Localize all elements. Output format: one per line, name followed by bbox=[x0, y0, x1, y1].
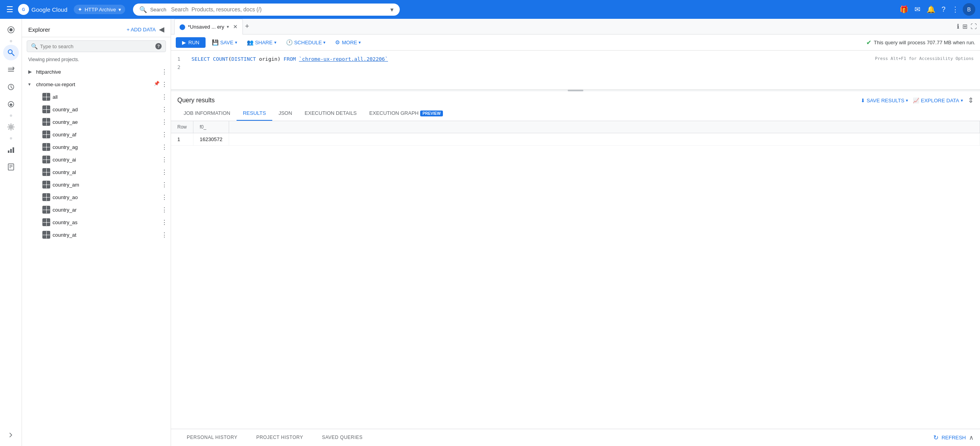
global-search-bar[interactable]: 🔍 Search ▾ bbox=[133, 4, 400, 16]
sidebar-icon-settings[interactable] bbox=[3, 119, 19, 135]
tree-label: country_ao bbox=[53, 194, 161, 200]
tab-info-icon[interactable]: ℹ bbox=[957, 23, 959, 30]
dropdown-chevron-tab-icon[interactable]: ▾ bbox=[227, 24, 229, 29]
svg-rect-10 bbox=[10, 149, 12, 153]
tree-more-icon[interactable]: ⋮ bbox=[161, 143, 168, 151]
tree-item-country_as[interactable]: country_as⋮ bbox=[22, 216, 171, 228]
results-tab-json[interactable]: JSON bbox=[272, 106, 299, 121]
run-label: RUN bbox=[188, 40, 199, 45]
share-button[interactable]: 👥 SHARE ▾ bbox=[244, 37, 280, 48]
tree-more-icon[interactable]: ⋮ bbox=[161, 156, 168, 163]
sidebar-icon-docs[interactable] bbox=[3, 159, 19, 175]
code-editor[interactable]: 1SELECT COUNT(DISTINCT origin) FROM `chr… bbox=[171, 51, 980, 90]
table-icon bbox=[42, 206, 50, 214]
search-input[interactable] bbox=[171, 6, 387, 13]
tree-label: chrome-ux-report bbox=[36, 82, 154, 87]
explorer-search-wrap[interactable]: 🔍 ? bbox=[27, 40, 166, 52]
history-tab-saved-queries[interactable]: SAVED QUERIES bbox=[313, 429, 372, 446]
user-avatar[interactable]: B bbox=[963, 3, 975, 16]
sidebar-icon-chart[interactable] bbox=[3, 142, 19, 158]
hamburger-menu-icon[interactable]: ☰ bbox=[5, 3, 15, 16]
sidebar-icon-search[interactable] bbox=[3, 45, 19, 60]
collapse-history-icon[interactable]: ∧ bbox=[969, 434, 974, 441]
tree-more-icon[interactable]: ⋮ bbox=[161, 118, 168, 126]
sidebar-expand-icon[interactable] bbox=[3, 427, 19, 443]
results-tab-execution-details[interactable]: EXECUTION DETAILS bbox=[299, 106, 363, 121]
schedule-button[interactable]: 🕐 SCHEDULE ▾ bbox=[283, 37, 329, 48]
code-text: SELECT COUNT(DISTINCT origin) FROM `chro… bbox=[191, 55, 388, 63]
run-button[interactable]: ▶ RUN bbox=[176, 37, 206, 48]
tree-more-icon[interactable]: ⋮ bbox=[161, 93, 168, 101]
query-tab-close-icon[interactable]: ✕ bbox=[233, 24, 238, 30]
tree-item-country_af[interactable]: country_af⋮ bbox=[22, 128, 171, 141]
sidebar-icon-transfer[interactable] bbox=[3, 62, 19, 78]
tree-item-country_ag[interactable]: country_ag⋮ bbox=[22, 141, 171, 153]
tree-item-country_at[interactable]: country_at⋮ bbox=[22, 228, 171, 241]
tree-more-icon[interactable]: ⋮ bbox=[161, 231, 168, 239]
save-button[interactable]: 💾 SAVE ▾ bbox=[209, 37, 240, 48]
results-tab-execution-graph[interactable]: EXECUTION GRAPHPREVIEW bbox=[363, 106, 449, 121]
tab-fullscreen-icon[interactable]: ⛶ bbox=[971, 23, 977, 30]
results-tab-job-info[interactable]: JOB INFORMATION bbox=[177, 106, 237, 121]
tree-expand-icon: ▶ bbox=[28, 69, 36, 74]
tree-item-httparchive[interactable]: ▶httparchive⋮ bbox=[22, 65, 171, 78]
tree-more-icon[interactable]: ⋮ bbox=[161, 219, 168, 226]
add-data-button[interactable]: + ADD DATA bbox=[127, 27, 156, 33]
tree-item-actions: ⋮ bbox=[161, 118, 168, 126]
tree-more-icon[interactable]: ⋮ bbox=[161, 81, 168, 88]
explorer-help-icon[interactable]: ? bbox=[155, 43, 162, 49]
query-toolbar: ▶ RUN 💾 SAVE ▾ 👥 SHARE ▾ 🕐 SCHEDULE ▾ ⚙ … bbox=[171, 34, 980, 51]
tree-item-country_ad[interactable]: country_ad⋮ bbox=[22, 103, 171, 116]
query-tab-unsaved[interactable]: ⬤ *Unsaved ... ery ▾ ✕ bbox=[174, 19, 243, 34]
tree-item-country_ar[interactable]: country_ar⋮ bbox=[22, 203, 171, 216]
help-icon[interactable]: ? bbox=[939, 3, 948, 16]
sidebar-icon-query[interactable] bbox=[3, 22, 19, 38]
tree-more-icon[interactable]: ⋮ bbox=[161, 194, 168, 201]
tree-item-country_ai[interactable]: country_ai⋮ bbox=[22, 153, 171, 166]
tree-item-all[interactable]: all⋮ bbox=[22, 91, 171, 103]
tab-table-icon[interactable]: ⊞ bbox=[962, 23, 967, 30]
tree-item-country_ao[interactable]: country_ao⋮ bbox=[22, 191, 171, 203]
tree-item-actions: 📌⋮ bbox=[154, 81, 168, 88]
mail-icon[interactable]: ✉ bbox=[912, 3, 923, 16]
search-dropdown-icon[interactable]: ▾ bbox=[390, 6, 393, 13]
tree-item-country_am[interactable]: country_am⋮ bbox=[22, 178, 171, 191]
sidebar-icon-history[interactable] bbox=[3, 79, 19, 95]
more-options-icon[interactable]: ⋮ bbox=[949, 3, 961, 16]
collapse-panel-icon[interactable]: ◀ bbox=[159, 25, 164, 34]
results-table-wrap[interactable]: Rowf0_116230572 bbox=[171, 121, 980, 429]
history-tab-personal-history[interactable]: PERSONAL HISTORY bbox=[177, 429, 247, 446]
refresh-label[interactable]: REFRESH bbox=[942, 435, 966, 441]
tree-label: country_at bbox=[53, 232, 161, 238]
tree-item-country_al[interactable]: country_al⋮ bbox=[22, 166, 171, 178]
tree-more-icon[interactable]: ⋮ bbox=[161, 131, 168, 138]
dropdown-chevron-icon: ▾ bbox=[118, 7, 121, 13]
explorer-search-input[interactable] bbox=[40, 44, 153, 49]
results-tabs: JOB INFORMATIONRESULTSJSONEXECUTION DETA… bbox=[171, 106, 980, 121]
results-tab-results[interactable]: RESULTS bbox=[237, 106, 272, 121]
history-tab-project-history[interactable]: PROJECT HISTORY bbox=[247, 429, 313, 446]
history-bar: PERSONAL HISTORYPROJECT HISTORYSAVED QUE… bbox=[171, 429, 980, 446]
tree-more-icon[interactable]: ⋮ bbox=[161, 106, 168, 113]
results-expand-icon[interactable]: ⇕ bbox=[968, 96, 974, 105]
sidebar-icon-starred[interactable] bbox=[3, 96, 19, 112]
save-dropdown-icon: ▾ bbox=[235, 40, 237, 45]
tree-more-icon[interactable]: ⋮ bbox=[161, 169, 168, 176]
pin-icon[interactable]: 📌 bbox=[154, 81, 160, 88]
tree-more-icon[interactable]: ⋮ bbox=[161, 181, 168, 189]
search-label: Search bbox=[150, 7, 166, 13]
tree-item-country_ae[interactable]: country_ae⋮ bbox=[22, 116, 171, 128]
explore-data-button[interactable]: 📈 EXPLORE DATA ▾ bbox=[913, 98, 963, 103]
project-selector[interactable]: ✦ HTTP Archive ▾ bbox=[74, 5, 125, 14]
bell-icon[interactable]: 🔔 bbox=[924, 3, 938, 16]
more-button[interactable]: ⚙ MORE ▾ bbox=[332, 37, 364, 48]
new-tab-icon[interactable]: + bbox=[245, 22, 250, 31]
table-icon bbox=[42, 231, 50, 239]
tree-more-icon[interactable]: ⋮ bbox=[161, 206, 168, 214]
tree-more-icon[interactable]: ⋮ bbox=[161, 68, 168, 76]
icon-sidebar bbox=[0, 19, 22, 446]
save-results-button[interactable]: ⬇ SAVE RESULTS ▾ bbox=[861, 98, 908, 103]
tree-item-actions: ⋮ bbox=[161, 206, 168, 214]
tree-item-chrome-ux-report[interactable]: ▾chrome-ux-report📌⋮ bbox=[22, 78, 171, 91]
gift-icon[interactable]: 🎁 bbox=[897, 3, 911, 16]
